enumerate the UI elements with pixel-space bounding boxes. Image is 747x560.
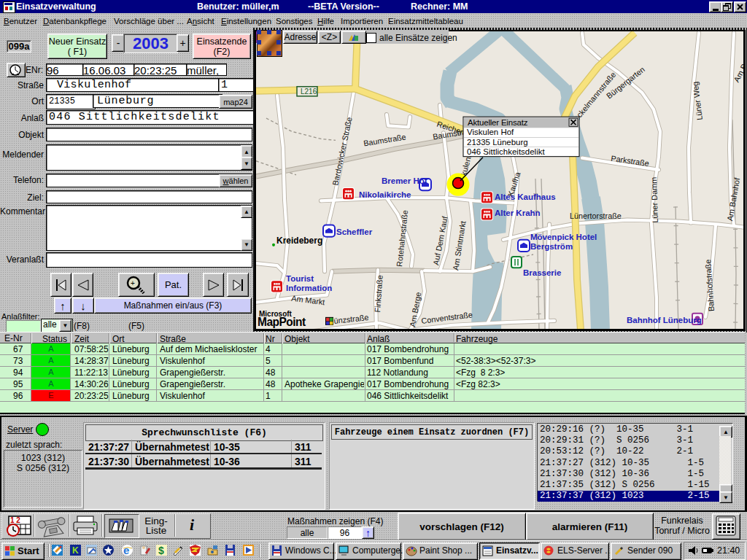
svg-text:Viskulen Hof: Viskulen Hof: [467, 128, 514, 136]
svg-text:Scheffler: Scheffler: [336, 228, 373, 236]
svg-text:21335 Lüneburg: 21335 Lüneburg: [467, 137, 528, 146]
svg-text:Nikolaikirche: Nikolaikirche: [359, 190, 411, 199]
svg-text:Bahnhof Lüneburg: Bahnhof Lüneburg: [627, 316, 702, 324]
svg-text:+: +: [131, 279, 135, 287]
svg-text:Altes Kaufhaus: Altes Kaufhaus: [495, 192, 556, 201]
svg-text:Aktueller Einsatz: Aktueller Einsatz: [468, 118, 528, 127]
svg-text:K: K: [72, 545, 79, 556]
svg-text:Alter Krahn: Alter Krahn: [495, 209, 541, 217]
svg-text:Lünertorstraße: Lünertorstraße: [570, 211, 622, 219]
svg-text:Lüner Damm: Lüner Damm: [649, 177, 659, 223]
svg-text:Brasserie: Brasserie: [523, 268, 562, 277]
svg-text:L216: L216: [301, 88, 317, 96]
svg-text:046 Sittlichkeitsdelikt: 046 Sittlichkeitsdelikt: [467, 147, 545, 156]
svg-text:1 2: 1 2: [10, 516, 20, 524]
svg-text:$: $: [158, 545, 164, 556]
svg-text:MapPoint: MapPoint: [258, 316, 306, 328]
svg-text:Information: Information: [286, 284, 332, 292]
svg-text:Mövenpick Hotel: Mövenpick Hotel: [530, 233, 597, 241]
svg-text:Bergström: Bergström: [530, 242, 573, 251]
svg-text:e: e: [123, 545, 129, 556]
svg-text:Kreideberg: Kreideberg: [276, 236, 322, 246]
svg-text:Tourist: Tourist: [286, 274, 314, 283]
svg-text:Bremer Hof: Bremer Hof: [382, 176, 427, 185]
